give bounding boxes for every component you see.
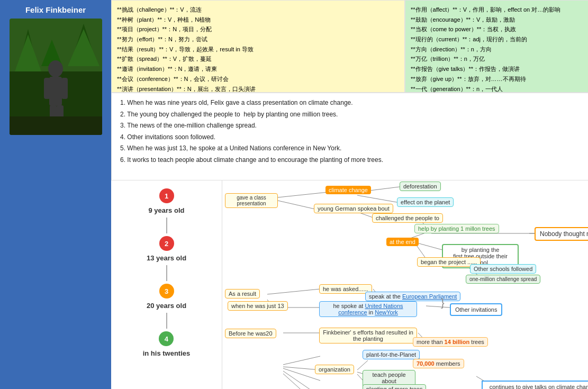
svg-line-15 — [278, 201, 315, 209]
svg-line-31 — [426, 306, 450, 307]
timeline-age-4: in his twenties — [143, 349, 191, 357]
vocab-right-item-5: **方向（direction）**：n，方向 — [411, 44, 588, 55]
node-organization: organization — [315, 365, 354, 374]
node-gave-class: gave a class presentation — [225, 193, 278, 208]
timeline-age-2: 13 years old — [147, 254, 186, 262]
node-effect-planet: effect on the planet — [397, 197, 454, 207]
node-other-schools: Other schools followed — [470, 264, 536, 274]
vocab-right-item-7: **作报告（give talks）**：作报告，做演讲 — [411, 64, 588, 74]
sentence-5: 5. When he was just 13, he spoke at a Un… — [120, 143, 588, 155]
vocab-left-item-8: **会议（conference）**：N，会议，研讨会 — [117, 74, 399, 84]
vocab-left-item-6: **扩散（spread）**：V，扩散，蔓延 — [117, 54, 399, 64]
vocab-left-item-4: **努力（effort）**：N，努力，尝试 — [117, 34, 399, 44]
sentence-2: 2. The young boy challenged the people t… — [120, 109, 588, 121]
svg-line-27 — [267, 289, 320, 294]
vocab-left-item-5: **结果（result）**：V，导致，起效果，result in 导致 — [117, 44, 399, 55]
timeline-badge-2: 2 — [159, 236, 174, 251]
mindmap-content: gave a class presentation climate change… — [222, 180, 588, 389]
person-name: Felix Finkbeiner — [25, 5, 86, 14]
node-nobody: Nobody thought much — [535, 227, 588, 241]
svg-line-14 — [278, 192, 328, 197]
svg-rect-13 — [10, 116, 102, 135]
svg-rect-10 — [61, 78, 68, 99]
timeline-badge-3: 3 — [159, 284, 174, 298]
node-as-result: As a result — [225, 289, 260, 298]
node-continues: continues to give talks on climate chang… — [482, 381, 588, 389]
node-plant-planet: plant-for-the-Planet — [363, 350, 420, 359]
person-photo — [10, 19, 102, 135]
svg-line-41 — [283, 371, 320, 389]
bracket-13: } — [441, 297, 445, 309]
node-efforts: Finkbeiner' s efforts had resulted in th… — [319, 328, 417, 343]
vocab-right-item-4: **现行的（current）**：adj，现行的，当前的 — [411, 34, 588, 44]
main-container: Felix Finkbeiner — [0, 0, 588, 389]
sentence-1: 1. When he was nine years old, Felix gav… — [120, 97, 588, 109]
svg-line-37 — [357, 360, 368, 370]
node-other-invitations: Other invitations — [450, 303, 502, 316]
node-when-13: when he was just 13 — [228, 301, 288, 311]
node-european: speak at the European Parliament — [365, 292, 460, 301]
sentences-watermark: 微信用户SDallF5G — [120, 167, 588, 176]
connector-3 — [166, 313, 167, 329]
vocab-left-item-3: **项目（project）**：N，项目，分配 — [117, 24, 399, 34]
node-spoke-un: he spoke at United Nationsconference in … — [319, 301, 417, 317]
vocab-right-item-1: **作用（affect）**：V，作用，影响，effect on 对…的影响 — [411, 5, 588, 15]
svg-line-42 — [283, 374, 320, 389]
sentence-6: 6. It works to teach people about climat… — [120, 155, 588, 166]
vocab-left-item-2: **种树（plant）**：V，种植，N植物 — [117, 15, 399, 25]
timeline-column: 1 9 years old 2 13 years old 3 20 years … — [111, 180, 222, 389]
svg-rect-8 — [49, 77, 62, 106]
vocab-right-item-6: **万亿（trillion）**：n，万亿 — [411, 54, 588, 64]
sentences-panel: 1. When he was nine years old, Felix gav… — [111, 93, 588, 180]
vocab-right-item-8: **放弃（give up）**：放弃，对……不再期待 — [411, 74, 588, 84]
node-planting-more: planting of more trees — [363, 384, 426, 389]
node-climate-change: climate change — [325, 186, 371, 194]
node-help-planting: help by planting 1 millon trees — [414, 224, 499, 233]
node-deforestation: deforestation — [400, 182, 441, 191]
right-content: **挑战（challenge）**：V，流连 **种树（plant）**：V，种… — [111, 0, 588, 389]
node-at-end: at the end — [386, 238, 419, 246]
timeline-badge-4: 4 — [159, 331, 174, 346]
timeline-badge-1: 1 — [159, 188, 174, 203]
svg-line-34 — [283, 356, 320, 365]
node-before-20: Before he was20 — [225, 329, 276, 338]
svg-rect-9 — [44, 78, 50, 99]
node-asked: he was asked...... — [319, 284, 372, 294]
node-young-german: young German spokea bout — [314, 204, 393, 213]
mindmap-area: 1 9 years old 2 13 years old 3 20 years … — [111, 180, 588, 389]
vocab-right-item-2: **鼓励（encourage）**：V，鼓励，激励 — [411, 15, 588, 25]
sentence-3: 3. The news of the one-million challenge… — [120, 120, 588, 132]
vocab-right-item-3: **当权（come to power）**：当权，执政 — [411, 24, 588, 34]
svg-point-7 — [48, 60, 63, 77]
vocab-panel-right: **作用（affect）**：V，作用，影响，effect on 对…的影响 *… — [405, 0, 588, 93]
timeline-age-3: 20 years old — [147, 302, 186, 310]
timeline-age-1: 9 years old — [149, 206, 185, 214]
vocab-row: **挑战（challenge）**：V，流连 **种树（plant）**：V，种… — [111, 0, 588, 93]
node-challenged: challenged the people to — [372, 213, 443, 223]
sentence-4: 4. Other invitations soon followed. — [120, 132, 588, 143]
left-panel: Felix Finkbeiner — [0, 0, 111, 389]
node-14-billion: more than 14 billion trees — [413, 337, 488, 347]
vocab-left-item-1: **挑战（challenge）**：V，流连 — [117, 5, 399, 15]
node-one-million: one-million challenge spread — [466, 275, 540, 284]
connector-1 — [166, 218, 167, 233]
vocab-panel-left: **挑战（challenge）**：V，流连 **种树（plant）**：V，种… — [111, 0, 405, 93]
vocab-left-item-7: **邀请（invitation）**：N，邀请，请柬 — [117, 64, 399, 74]
svg-line-17 — [357, 195, 400, 203]
node-members: 70,000 members — [413, 359, 464, 368]
connector-2 — [166, 265, 167, 281]
